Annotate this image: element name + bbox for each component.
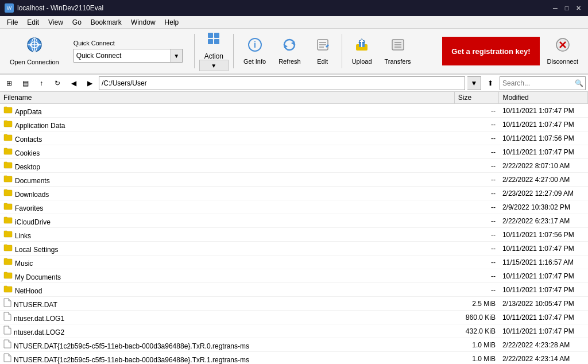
file-list-container[interactable]: Filename Size Modified AppData--10/11/20…	[0, 92, 588, 364]
filter-button[interactable]: ⊞	[2, 76, 16, 90]
action-dropdown-button[interactable]: ▼	[199, 60, 229, 71]
table-row[interactable]: Contacts--10/11/2021 1:07:56 PM	[0, 131, 588, 145]
column-header-modified[interactable]: Modified	[499, 92, 588, 104]
action-button-group: Action ▼	[199, 31, 229, 71]
folder-icon	[3, 284, 13, 295]
column-header-filename[interactable]: Filename	[0, 92, 454, 104]
sort-ascending-button[interactable]: ⬆	[483, 76, 497, 90]
action-top-button[interactable]: Action	[199, 31, 229, 60]
open-connection-button[interactable]: Open Connection	[5, 31, 64, 71]
up-button[interactable]: ↑	[34, 76, 48, 90]
table-row[interactable]: My Documents--10/11/2021 1:07:47 PM	[0, 269, 588, 283]
file-size-cell: --	[454, 131, 499, 145]
table-row[interactable]: ntuser.dat.LOG1860.0 KiB10/11/2021 1:07:…	[0, 311, 588, 324]
table-row[interactable]: Music--11/15/2021 1:16:57 AM	[0, 255, 588, 269]
table-row[interactable]: Links--10/11/2021 1:07:56 PM	[0, 228, 588, 242]
svg-rect-5	[214, 33, 219, 38]
file-name-text: Documents	[15, 177, 50, 185]
table-row[interactable]: NTUSER.DAT{1c2b59c5-c5f5-11eb-bacb-000d3…	[0, 352, 588, 365]
upload-icon	[354, 37, 369, 56]
refresh-addr-button[interactable]: ↻	[51, 76, 64, 90]
menu-item-window[interactable]: Window	[126, 17, 160, 28]
file-name-cell: AppData	[0, 104, 454, 118]
disconnect-button[interactable]: Disconnect	[542, 31, 583, 71]
quick-connect-dropdown-button[interactable]: ▼	[171, 49, 183, 63]
menu-item-go[interactable]: Go	[68, 17, 86, 28]
file-modified-cell: 10/11/2021 1:07:56 PM	[499, 228, 588, 242]
table-row[interactable]: Favorites--2/9/2022 10:38:02 PM	[0, 200, 588, 214]
back-button[interactable]: ◀	[67, 76, 80, 90]
table-row[interactable]: Downloads--2/23/2022 12:27:09 AM	[0, 187, 588, 200]
minimize-button[interactable]: ─	[550, 3, 560, 13]
file-name-text: ntuser.dat.LOG2	[14, 328, 64, 336]
toggle-button[interactable]: ▤	[18, 76, 32, 90]
file-size-cell: --	[454, 242, 499, 255]
disconnect-label: Disconnect	[547, 58, 578, 65]
file-modified-cell: 10/11/2021 1:07:47 PM	[499, 118, 588, 131]
path-dropdown-button[interactable]: ▼	[467, 76, 481, 90]
forward-button[interactable]: ▶	[83, 76, 96, 90]
file-size-cell: 432.0 KiB	[454, 324, 499, 338]
path-input[interactable]	[99, 76, 465, 90]
maximize-button[interactable]: □	[562, 3, 572, 13]
folder-icon	[3, 243, 13, 254]
folder-icon	[3, 105, 13, 116]
folder-icon	[3, 215, 13, 226]
file-size-cell: 1.0 MiB	[454, 352, 499, 365]
toolbar-separator-3	[342, 34, 342, 68]
table-row[interactable]: NTUSER.DAT{1c2b59c5-c5f5-11eb-bacb-000d3…	[0, 338, 588, 352]
transfers-button[interactable]: Transfers	[380, 31, 416, 71]
file-name-text: ntuser.dat.LOG1	[14, 315, 64, 323]
folder-icon	[3, 133, 13, 144]
upload-button[interactable]: Upload	[347, 31, 377, 71]
column-header-size[interactable]: Size	[454, 92, 499, 104]
file-modified-cell: 2/23/2022 12:27:09 AM	[499, 187, 588, 200]
menu-item-view[interactable]: View	[44, 17, 68, 28]
folder-icon	[3, 146, 13, 157]
menu-item-bookmark[interactable]: Bookmark	[86, 17, 126, 28]
registration-button[interactable]: Get a registration key!	[442, 37, 539, 65]
file-size-cell: --	[454, 283, 499, 297]
folder-icon	[3, 174, 13, 185]
file-modified-cell: 2/22/2022 4:23:14 AM	[499, 352, 588, 365]
file-name-cell: iCloudDrive	[0, 214, 454, 228]
refresh-button[interactable]: Refresh	[273, 31, 306, 71]
file-size-cell: 860.0 KiB	[454, 311, 499, 324]
table-row[interactable]: Desktop--2/22/2022 8:07:10 AM	[0, 159, 588, 173]
file-name-text: Desktop	[15, 163, 40, 171]
quick-connect-input[interactable]	[74, 49, 171, 63]
table-row[interactable]: AppData--10/11/2021 1:07:47 PM	[0, 104, 588, 118]
close-button[interactable]: ✕	[573, 3, 583, 13]
file-name-cell: Documents	[0, 173, 454, 187]
edit-button[interactable]: Edit	[308, 31, 337, 71]
table-row[interactable]: NTUSER.DAT2.5 MiB2/13/2022 10:05:47 PM	[0, 297, 588, 311]
file-size-cell: --	[454, 269, 499, 283]
table-row[interactable]: iCloudDrive--2/22/2022 6:23:17 AM	[0, 214, 588, 228]
get-info-icon: i	[247, 37, 262, 56]
file-size-cell: --	[454, 104, 499, 118]
table-row[interactable]: NetHood--10/11/2021 1:07:47 PM	[0, 283, 588, 297]
file-icon	[3, 339, 11, 350]
search-input[interactable]	[500, 76, 586, 90]
refresh-label: Refresh	[278, 58, 301, 65]
file-name-text: NTUSER.DAT{1c2b59c5-c5f5-11eb-bacb-000d3…	[14, 356, 249, 364]
table-row[interactable]: Documents--2/22/2022 4:27:00 AM	[0, 173, 588, 187]
table-row[interactable]: Cookies--10/11/2021 1:07:47 PM	[0, 145, 588, 159]
get-info-button[interactable]: i Get Info	[238, 31, 271, 71]
svg-rect-4	[208, 33, 213, 38]
file-size-cell: --	[454, 228, 499, 242]
file-icon	[3, 326, 11, 336]
menu-item-help[interactable]: Help	[160, 17, 184, 28]
table-row[interactable]: Application Data--10/11/2021 1:07:47 PM	[0, 118, 588, 131]
action-icon	[206, 30, 222, 50]
menu-item-edit[interactable]: Edit	[22, 17, 44, 28]
file-size-cell: --	[454, 200, 499, 214]
file-icon	[3, 312, 11, 323]
file-name-text: Links	[15, 232, 31, 240]
menu-item-file[interactable]: File	[2, 17, 22, 28]
table-row[interactable]: ntuser.dat.LOG2432.0 KiB10/11/2021 1:07:…	[0, 324, 588, 338]
quick-connect-combo: ▼	[74, 49, 183, 63]
file-name-cell: Desktop	[0, 159, 454, 173]
file-size-cell: 2.5 MiB	[454, 297, 499, 311]
table-row[interactable]: Local Settings--10/11/2021 1:07:47 PM	[0, 242, 588, 255]
